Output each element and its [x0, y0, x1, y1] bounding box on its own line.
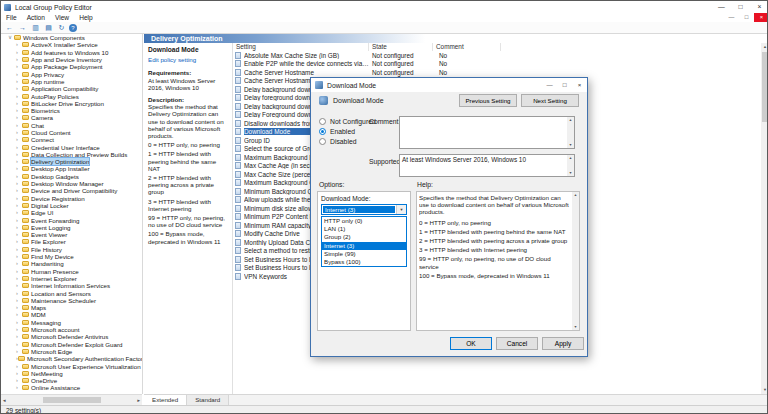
dropdown-option-http-only-0[interactable]: HTTP only (0) — [322, 217, 406, 225]
menu-action[interactable]: Action — [22, 14, 50, 21]
radio-disabled[interactable]: Disabled — [319, 136, 376, 146]
tree-item-file-explorer[interactable]: ›File Explorer — [1, 238, 142, 245]
tree-item-data-collection-and-preview-builds[interactable]: ›Data Collection and Preview Builds — [1, 151, 142, 158]
radio-enabled[interactable]: Enabled — [319, 126, 376, 136]
setting-row-absolute-max-cache-size-in-gb[interactable]: Absolute Max Cache Size (in GB)Not confi… — [233, 51, 761, 60]
tree-item-add-features-to-windows-10[interactable]: ›Add features to Windows 10 — [1, 49, 142, 56]
tree-item-microsoft-defender-exploit-guard[interactable]: ›Microsoft Defender Exploit Guard — [1, 340, 142, 347]
tree-item-digital-locker[interactable]: ›Digital Locker — [1, 202, 142, 209]
tab-standard[interactable]: Standard — [187, 395, 229, 405]
tree-item-device-and-driver-compatibility[interactable]: ›Device and Driver Compatibility — [1, 187, 142, 194]
tree-item-desktop-app-installer[interactable]: ›Desktop App Installer — [1, 165, 142, 172]
tree-item-desktop-window-manager[interactable]: ›Desktop Window Manager — [1, 180, 142, 187]
child-restore-icon[interactable]: □ — [739, 13, 754, 22]
back-icon[interactable]: ← — [4, 23, 15, 33]
tree-item-find-my-device[interactable]: ›Find My Device — [1, 253, 142, 260]
chevron-down-icon[interactable]: ▼ — [396, 205, 406, 214]
comment-textarea[interactable]: ▲ ▼ — [399, 116, 575, 149]
scroll-down-icon[interactable]: ▼ — [761, 386, 768, 394]
scroll-up-icon[interactable]: ▲ — [572, 192, 579, 198]
tree-item-device-registration[interactable]: ›Device Registration — [1, 195, 142, 202]
tree-item-camera[interactable]: ›Camera — [1, 114, 142, 121]
supported-on-scrollbar[interactable]: ▲ ▼ — [567, 155, 574, 176]
close-icon[interactable]: × — [750, 1, 768, 13]
tree-item-microsoft-edge[interactable]: ›Microsoft Edge — [1, 348, 142, 355]
tree-item-online-assistance[interactable]: ›Online Assistance — [1, 384, 142, 391]
scroll-down-icon[interactable]: ▼ — [567, 170, 574, 176]
dropdown-option-bypass-100[interactable]: Bypass (100) — [322, 258, 406, 266]
radio-not-configured[interactable]: Not Configured — [319, 116, 376, 126]
tree-item-microsoft-defender-antivirus[interactable]: ›Microsoft Defender Antivirus — [1, 333, 142, 340]
tree-item-bitlocker-drive-encryption[interactable]: ›BitLocker Drive Encryption — [1, 100, 142, 107]
column-header-state[interactable]: State — [369, 43, 433, 51]
tree-item-event-forwarding[interactable]: ›Event Forwarding — [1, 216, 142, 223]
list-vertical-scrollbar[interactable]: ▲ ▼ — [761, 43, 768, 394]
menu-view[interactable]: View — [50, 14, 74, 21]
tree-item-windows-components[interactable]: ∨Windows Components — [1, 34, 142, 41]
tree-item-microsoft-user-experience-virtualization[interactable]: ›Microsoft User Experience Virtualizatio… — [1, 362, 142, 369]
tree-item-maintenance-scheduler[interactable]: ›Maintenance Scheduler — [1, 297, 142, 304]
tree-item-app-privacy[interactable]: ›App Privacy — [1, 70, 142, 77]
tree-item-netmeeting[interactable]: ›NetMeeting — [1, 370, 142, 377]
tree-item-event-logging[interactable]: ›Event Logging — [1, 224, 142, 231]
scroll-up-icon[interactable]: ▲ — [761, 43, 768, 51]
download-mode-combobox[interactable]: Internet (3) ▼ — [321, 204, 407, 215]
menu-help[interactable]: Help — [74, 14, 98, 21]
dropdown-option-lan-1[interactable]: LAN (1) — [322, 225, 406, 233]
tree-item-app-package-deployment[interactable]: ›App Package Deployment — [1, 63, 142, 70]
tree-horizontal-scrollbar[interactable]: ◄ ► — [1, 394, 142, 405]
dialog-maximize-icon[interactable]: □ — [557, 78, 572, 92]
tree-item-credential-user-interface[interactable]: ›Credential User Interface — [1, 143, 142, 150]
tree-item-delivery-optimization[interactable]: ›Delivery Optimization — [1, 158, 142, 165]
previous-setting-button[interactable]: Previous Setting — [459, 94, 517, 107]
tree-item-microsoft-account[interactable]: ›Microsoft account — [1, 326, 142, 333]
cancel-button[interactable]: Cancel — [496, 337, 538, 350]
child-close-icon[interactable]: × — [754, 13, 768, 22]
ok-button[interactable]: OK — [450, 337, 492, 350]
tab-extended[interactable]: Extended — [144, 395, 187, 405]
setting-row-enable-p2p-while-the-device-connects-via-vpn[interactable]: Enable P2P while the device connects via… — [233, 60, 761, 69]
tree-item-file-history[interactable]: ›File History — [1, 246, 142, 253]
dialog-minimize-icon[interactable]: — — [542, 78, 557, 92]
scrollbar-thumb[interactable] — [762, 52, 768, 122]
tree-item-handwriting[interactable]: ›Handwriting — [1, 260, 142, 267]
scroll-right-icon[interactable]: ► — [137, 398, 141, 403]
tree-item-app-runtime[interactable]: ›App runtime — [1, 78, 142, 85]
menu-file[interactable]: File — [1, 14, 22, 21]
tree-item-chat[interactable]: ›Chat — [1, 122, 142, 129]
tree-item-onedrive[interactable]: ›OneDrive — [1, 377, 142, 384]
child-minimize-icon[interactable]: — — [724, 13, 739, 22]
setting-row-cache-server-hostname[interactable]: Cache Server HostnameNot configuredNo — [233, 68, 761, 77]
dropdown-option-internet-3[interactable]: Internet (3) — [322, 242, 406, 250]
comment-scrollbar[interactable]: ▲ ▼ — [567, 117, 574, 148]
column-header-setting[interactable]: Setting — [233, 43, 369, 51]
help-icon[interactable]: ? — [69, 24, 77, 32]
maximize-icon[interactable]: □ — [731, 1, 750, 13]
next-setting-button[interactable]: Next Setting — [521, 94, 579, 107]
tree-item-cloud-content[interactable]: ›Cloud Content — [1, 129, 142, 136]
apply-button[interactable]: Apply — [542, 337, 584, 350]
tree-item-mdm[interactable]: ›MDM — [1, 311, 142, 318]
scroll-up-icon[interactable]: ▲ — [567, 117, 574, 123]
minimize-icon[interactable]: — — [712, 1, 731, 13]
tree-item-biometrics[interactable]: ›Biometrics — [1, 107, 142, 114]
export-list-icon[interactable]: ▤ — [43, 23, 54, 33]
tree-item-connect[interactable]: ›Connect — [1, 136, 142, 143]
tree-item-internet-information-services[interactable]: ›Internet Information Services — [1, 282, 142, 289]
tree-item-microsoft-secondary-authentication-factor[interactable]: ›Microsoft Secondary Authentication Fact… — [1, 355, 142, 362]
forward-icon[interactable]: → — [17, 23, 28, 33]
tree-item-autoplay-policies[interactable]: ›AutoPlay Policies — [1, 92, 142, 99]
tree-item-internet-explorer[interactable]: ›Internet Explorer — [1, 275, 142, 282]
help-scrollbar[interactable]: ▲ ▼ — [572, 192, 579, 330]
edit-policy-setting-link[interactable]: Edit policy setting — [148, 56, 228, 63]
dialog-close-icon[interactable]: × — [572, 78, 587, 92]
tree-item-edge-ui[interactable]: ›Edge UI — [1, 209, 142, 216]
tree-item-activex-installer-service[interactable]: ›ActiveX Installer Service — [1, 41, 142, 48]
dropdown-option-simple-99[interactable]: Simple (99) — [322, 250, 406, 258]
column-header-comment[interactable]: Comment — [433, 43, 501, 51]
tree-item-desktop-gadgets[interactable]: ›Desktop Gadgets — [1, 173, 142, 180]
scrollbar-thumb[interactable] — [43, 397, 101, 403]
tree-item-messaging[interactable]: ›Messaging — [1, 319, 142, 326]
tree-item-human-presence[interactable]: ›Human Presence — [1, 268, 142, 275]
dropdown-option-group-2[interactable]: Group (2) — [322, 233, 406, 241]
